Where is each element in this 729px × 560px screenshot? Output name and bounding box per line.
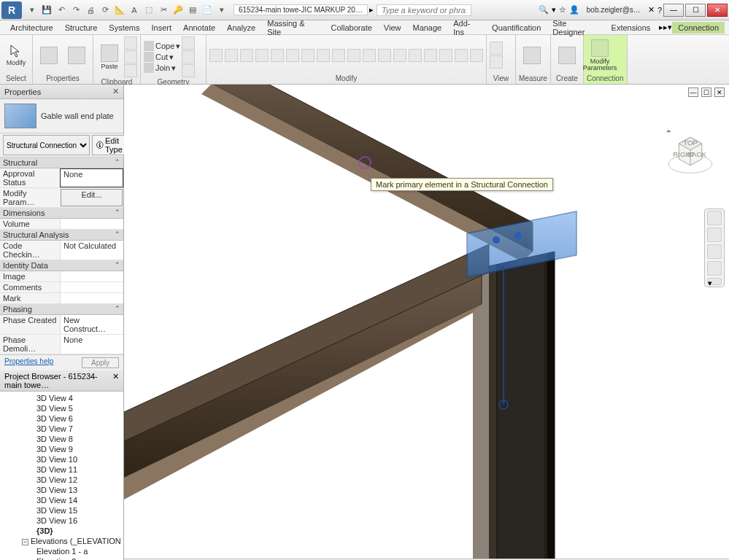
mark-field[interactable] <box>60 293 123 303</box>
properties-filter[interactable]: Structural Connection <box>3 135 90 155</box>
tree-item[interactable]: 3D View 16 <box>0 516 123 526</box>
star-icon[interactable]: ☆ <box>559 5 566 15</box>
mod-b-button[interactable] <box>409 49 422 62</box>
move-button[interactable] <box>209 49 223 62</box>
modify-param-edit-button[interactable]: Edit... <box>61 189 123 206</box>
tab-overflow-icon[interactable]: ▸▸▾ <box>659 23 672 32</box>
orbit-button[interactable] <box>707 261 722 276</box>
apply-button[interactable]: Apply <box>82 357 119 368</box>
qat-undo-icon[interactable]: ↶ <box>55 4 67 16</box>
minimize-button[interactable]: — <box>663 4 684 17</box>
type-selector[interactable]: Gable wall end plate <box>0 99 123 133</box>
tree-item[interactable]: 3D View 10 <box>0 454 123 464</box>
steering-wheel-button[interactable] <box>707 211 722 225</box>
qat-redo-icon[interactable]: ↷ <box>70 4 82 16</box>
qat-save-icon[interactable]: 💾 <box>41 4 53 16</box>
tree-item[interactable]: Elevation 1 - a <box>0 546 123 556</box>
create-button[interactable] <box>554 39 580 71</box>
help-icon[interactable]: ? <box>657 6 662 15</box>
tab-connection[interactable]: Connection <box>672 22 725 34</box>
geom1-button[interactable] <box>182 36 195 50</box>
search-input[interactable] <box>377 4 471 16</box>
tree-item[interactable]: 3D View 6 <box>0 413 123 424</box>
section-dimensions[interactable]: Dimensions⌃ <box>0 208 123 219</box>
mod-e-button[interactable] <box>455 49 468 62</box>
tab-insert[interactable]: Insert <box>146 22 178 34</box>
tree-item[interactable]: 3D View 7 <box>0 424 123 434</box>
mod-f-button[interactable] <box>470 49 483 62</box>
home-icon[interactable] <box>666 130 671 133</box>
mod-a-button[interactable] <box>393 49 406 62</box>
search-icon[interactable]: 🔍 <box>539 5 549 15</box>
code-check-field[interactable]: Not Calculated <box>60 241 123 260</box>
pin-button[interactable] <box>363 49 376 62</box>
qat-print-icon[interactable]: 🖨 <box>85 4 96 16</box>
view1-button[interactable] <box>490 42 503 55</box>
tab-quant[interactable]: Quantification <box>486 22 547 34</box>
type-properties-button[interactable] <box>63 39 90 71</box>
app-logo[interactable]: R <box>1 1 22 19</box>
tab-view[interactable]: View <box>378 22 407 34</box>
tab-architecture[interactable]: Architecture <box>4 22 59 34</box>
qat-measure-icon[interactable]: 📐 <box>114 4 126 16</box>
modify-tool-button[interactable]: Modify <box>3 39 29 71</box>
project-tree[interactable]: 3D View 43D View 53D View 63D View 73D V… <box>0 392 123 560</box>
qat-filter-icon[interactable]: ▤ <box>187 4 198 16</box>
approval-status-field[interactable]: None <box>60 168 123 187</box>
tree-item[interactable]: 3D View 8 <box>0 434 123 444</box>
qat-dropdown-icon[interactable]: ▾ <box>216 4 228 16</box>
collapse-icon[interactable]: ⌃ <box>115 209 120 217</box>
modify-parameters-button[interactable]: Modify Parameters <box>587 39 613 71</box>
paste-button[interactable]: Paste <box>96 41 123 73</box>
subscription-icon[interactable]: ▾ <box>552 5 556 15</box>
zoom-button[interactable] <box>707 244 722 259</box>
cut-geom-button[interactable]: Cut▾ <box>144 52 180 62</box>
section-structural[interactable]: Structural⌃ <box>0 158 123 168</box>
align-button[interactable] <box>286 49 299 62</box>
measure-button[interactable] <box>519 39 545 71</box>
tab-annotate[interactable]: Annotate <box>177 22 221 34</box>
phase-created-field[interactable]: New Construct… <box>60 315 123 334</box>
tab-collaborate[interactable]: Collaborate <box>325 22 378 34</box>
maximize-button[interactable]: ☐ <box>685 4 706 17</box>
tab-manage[interactable]: Manage <box>406 22 447 34</box>
section-phasing[interactable]: Phasing⌃ <box>0 304 123 315</box>
qat-switch-icon[interactable]: 📄 <box>201 4 213 16</box>
scale-button[interactable] <box>347 49 360 62</box>
collapse-icon[interactable]: ⌃ <box>115 261 120 270</box>
qat-open-icon[interactable]: ▾ <box>26 4 38 16</box>
cope-button[interactable]: Cope▾ <box>144 41 180 51</box>
match-button[interactable] <box>124 64 137 77</box>
close-icon[interactable]: ✕ <box>112 372 119 389</box>
properties-button[interactable] <box>36 39 62 71</box>
qat-3d-icon[interactable]: ⬚ <box>143 4 155 16</box>
phase-demo-field[interactable]: None <box>60 335 123 354</box>
collapse-icon[interactable]: ⌃ <box>115 158 120 167</box>
mod-c-button[interactable] <box>424 49 437 62</box>
tree-item[interactable]: 3D View 12 <box>0 475 123 485</box>
collapse-icon[interactable]: ⌃ <box>115 230 120 239</box>
comments-field[interactable] <box>60 282 123 292</box>
tab-structure[interactable]: Structure <box>59 22 104 34</box>
rotate-button[interactable] <box>240 49 253 62</box>
trim-button[interactable] <box>255 49 269 62</box>
tree-item[interactable]: 3D View 14 <box>0 495 123 505</box>
signin-icon[interactable]: 👤 <box>569 5 579 15</box>
pan-button[interactable] <box>707 228 722 242</box>
tab-systems[interactable]: Systems <box>103 22 145 34</box>
vp-maximize-button[interactable]: ☐ <box>701 88 711 97</box>
qat-key-icon[interactable]: 🔑 <box>172 4 184 16</box>
qat-sync-icon[interactable]: ⟳ <box>99 4 111 16</box>
tab-ext[interactable]: Extensions <box>606 22 657 34</box>
tree-item[interactable]: −Elevations (_ELEVATION C <box>0 536 123 546</box>
edit-type-button[interactable]: 🛈Edit Type <box>92 135 126 155</box>
browser-header[interactable]: Project Browser - 615234-main towe… ✕ <box>0 370 123 392</box>
split-button[interactable] <box>271 49 284 62</box>
geom3-button[interactable] <box>182 64 195 77</box>
close-button[interactable]: ✕ <box>707 4 728 17</box>
cut-button[interactable] <box>124 36 137 50</box>
properties-help-link[interactable]: Properties help <box>4 357 53 368</box>
section-analysis[interactable]: Structural Analysis⌃ <box>0 230 123 241</box>
vp-minimize-button[interactable]: — <box>688 88 698 97</box>
qat-text-icon[interactable]: A <box>128 4 140 16</box>
